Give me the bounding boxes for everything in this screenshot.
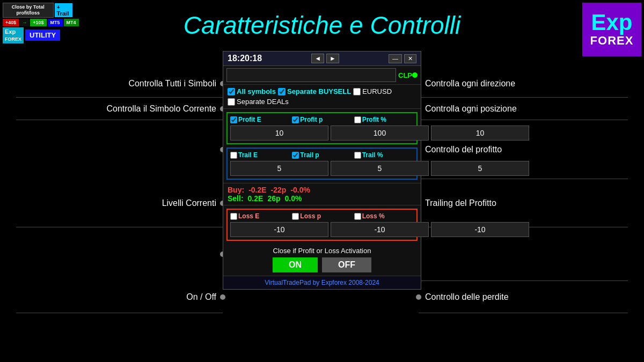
separate-deals-label: Separate DEALs bbox=[237, 98, 289, 106]
mt5-label: MT5 bbox=[48, 19, 63, 26]
sell-level-row: Sell: 0.2E 26p 0.0% bbox=[228, 194, 416, 203]
checkbox-separate-buysell[interactable]: Separate BUYSELL bbox=[278, 87, 351, 95]
off-button[interactable]: OFF bbox=[322, 257, 371, 272]
trail-pct-label: Trail % bbox=[362, 151, 383, 159]
loss-e-label: Loss E bbox=[238, 212, 259, 220]
sell-e-value: 0.2E bbox=[248, 194, 264, 203]
trail-pct-checkbox-label[interactable]: Trail % bbox=[354, 151, 414, 159]
close-profit-loss-label: Close by Total profit/loss bbox=[3, 3, 54, 18]
trail-e-checkbox-label[interactable]: Trail E bbox=[230, 151, 290, 159]
profit-pct-label: Profit % bbox=[362, 116, 386, 123]
loss-pct-label: Loss % bbox=[362, 212, 385, 220]
trail-e-checkbox[interactable] bbox=[230, 152, 237, 159]
profit-pct-checkbox[interactable] bbox=[354, 116, 361, 123]
trail-checkbox-row: Trail E Trail p Trail % bbox=[230, 151, 414, 159]
left-labels-panel: Controlla Tutti i Simboli Controlla il S… bbox=[0, 64, 223, 313]
on-off-section: Close if Profit or Loss Activation ON OF… bbox=[223, 244, 421, 276]
loss-input-row bbox=[230, 222, 414, 237]
trail-section: Trail E Trail p Trail % bbox=[226, 147, 418, 180]
close-button[interactable]: ✕ bbox=[404, 54, 416, 63]
center-panel: 18:20:18 ◄ ► — ✕ CLP All symbols Separat… bbox=[223, 51, 421, 290]
right-row-trailing: Trailing del Profitto bbox=[419, 179, 644, 227]
exp-logo-text: Exp bbox=[591, 11, 632, 34]
loss-pct-input[interactable] bbox=[431, 222, 529, 237]
trail-pct-input[interactable] bbox=[431, 161, 529, 176]
loss-p-checkbox-label[interactable]: Loss p bbox=[292, 212, 352, 220]
trail-p-checkbox[interactable] bbox=[292, 152, 299, 159]
sell-label: Sell: bbox=[228, 194, 244, 203]
trail-e-label: Trail E bbox=[238, 151, 258, 159]
buy-label: Buy: bbox=[228, 186, 244, 194]
label-row-spacer2 bbox=[0, 227, 223, 281]
symbol-input[interactable] bbox=[226, 68, 396, 82]
nav-right-button[interactable]: ► bbox=[326, 54, 339, 63]
panel-footer: VirtualTradePad by Expforex 2008-2024 bbox=[223, 276, 421, 289]
amount-label-2: +10$ bbox=[30, 19, 46, 26]
eurusd-label: EURUSD bbox=[362, 87, 392, 95]
exp-small-label: Exp FOREX bbox=[3, 27, 24, 43]
nav-left-button[interactable]: ◄ bbox=[311, 54, 324, 63]
profit-e-label: Profit E bbox=[238, 116, 261, 123]
page-title: Caratteristiche e Controlli bbox=[75, 11, 569, 40]
profit-e-checkbox-label[interactable]: Profit E bbox=[230, 116, 290, 123]
eurusd-checkbox[interactable] bbox=[353, 88, 361, 95]
all-symbols-label: All symbols bbox=[237, 87, 276, 95]
trail-pct-checkbox[interactable] bbox=[354, 152, 361, 159]
checkbox-all-symbols[interactable]: All symbols bbox=[228, 87, 276, 95]
separate-deals-checkbox[interactable] bbox=[228, 98, 235, 106]
profit-e-input[interactable] bbox=[230, 125, 328, 141]
panel-window-controls[interactable]: — ✕ bbox=[389, 54, 416, 63]
input-row: CLP bbox=[223, 66, 421, 85]
panel-time: 18:20:18 bbox=[228, 54, 262, 63]
forex-logo-text: FOREX bbox=[590, 34, 634, 48]
on-off-title: Close if Profit or Loss Activation bbox=[228, 247, 416, 255]
checkbox-separate-deals[interactable]: Separate DEALs bbox=[228, 98, 289, 106]
loss-pct-checkbox[interactable] bbox=[354, 213, 361, 220]
label-current-symbol: Controlla il Simbolo Corrente bbox=[106, 104, 216, 114]
sell-p-value: 26p bbox=[267, 194, 280, 203]
sell-pct-value: 0.0% bbox=[285, 194, 302, 203]
profit-p-checkbox[interactable] bbox=[292, 116, 299, 123]
loss-p-checkbox[interactable] bbox=[292, 213, 299, 220]
label-levels: Livelli Correnti bbox=[162, 198, 216, 208]
right-row-direction: Controlla ogni direzione bbox=[419, 70, 644, 98]
profit-p-input[interactable] bbox=[331, 125, 429, 141]
trail-label: + Trail bbox=[55, 3, 72, 17]
profit-section: Profit E Profit p Profit % bbox=[226, 112, 418, 144]
on-off-buttons: ON OFF bbox=[228, 257, 416, 272]
utility-label: UTILITY bbox=[25, 29, 60, 41]
on-button[interactable]: ON bbox=[273, 257, 318, 272]
top-left-logo: Close by Total profit/loss + Trail +40$ … bbox=[3, 3, 72, 70]
loss-p-input[interactable] bbox=[331, 222, 429, 237]
clp-badge: CLP bbox=[398, 71, 418, 79]
checkbox-eurusd[interactable]: EURUSD bbox=[353, 87, 392, 95]
label-direction: Controlla ogni direzione bbox=[425, 79, 515, 88]
profit-p-checkbox-label[interactable]: Profit p bbox=[292, 116, 352, 123]
trail-p-checkbox-label[interactable]: Trail p bbox=[292, 151, 352, 159]
loss-e-checkbox-label[interactable]: Loss E bbox=[230, 212, 290, 220]
label-row-current-symbol: Controlla il Simbolo Corrente bbox=[0, 98, 223, 120]
profit-checkbox-row: Profit E Profit p Profit % bbox=[230, 116, 414, 123]
loss-pct-checkbox-label[interactable]: Loss % bbox=[354, 212, 414, 220]
profit-pct-checkbox-label[interactable]: Profit % bbox=[354, 116, 414, 123]
trail-p-input[interactable] bbox=[331, 161, 429, 176]
loss-section: Loss E Loss p Loss % bbox=[226, 209, 418, 241]
profit-pct-input[interactable] bbox=[431, 125, 529, 141]
loss-checkbox-row: Loss E Loss p Loss % bbox=[230, 212, 414, 220]
label-on-off: On / Off bbox=[186, 292, 216, 302]
buy-level-row: Buy: -0.2E -22p -0.0% bbox=[228, 186, 416, 194]
trail-input-row bbox=[230, 161, 414, 176]
profit-input-row bbox=[230, 125, 414, 141]
profit-p-label: Profit p bbox=[300, 116, 323, 123]
profit-e-checkbox[interactable] bbox=[230, 116, 237, 123]
loss-e-input[interactable] bbox=[230, 222, 328, 237]
minimize-button[interactable]: — bbox=[389, 54, 402, 63]
separate-buysell-checkbox[interactable] bbox=[278, 88, 286, 95]
trail-e-input[interactable] bbox=[230, 161, 328, 176]
all-symbols-checkbox[interactable] bbox=[228, 88, 235, 95]
label-row-levels: Livelli Correnti bbox=[0, 179, 223, 227]
loss-e-checkbox[interactable] bbox=[230, 213, 237, 220]
checkboxes-row: All symbols Separate BUYSELL EURUSD Sepa… bbox=[223, 85, 421, 109]
panel-nav[interactable]: ◄ ► bbox=[311, 54, 339, 63]
levels-section: Buy: -0.2E -22p -0.0% Sell: 0.2E 26p 0.0… bbox=[223, 183, 421, 205]
